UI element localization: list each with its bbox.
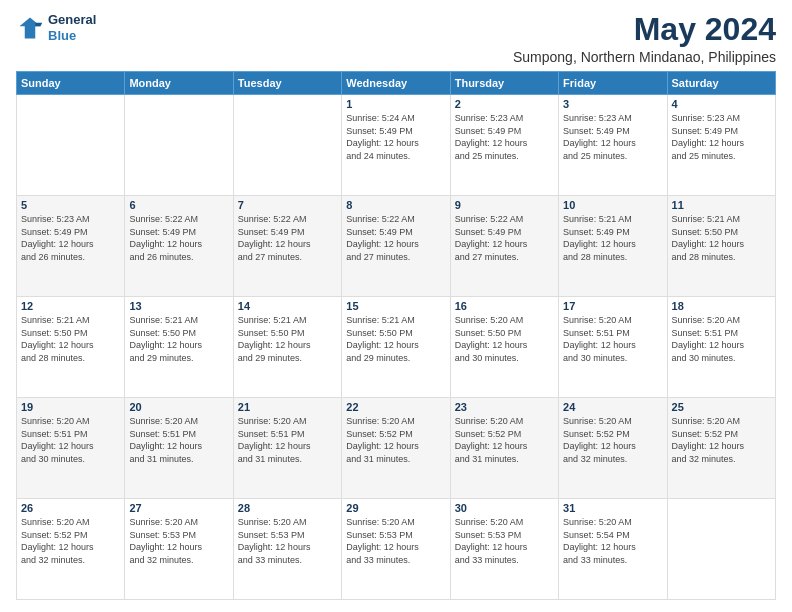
day-info: Sunrise: 5:24 AM Sunset: 5:49 PM Dayligh… [346, 112, 445, 162]
day-info: Sunrise: 5:20 AM Sunset: 5:52 PM Dayligh… [346, 415, 445, 465]
day-number: 6 [129, 199, 228, 211]
day-info: Sunrise: 5:21 AM Sunset: 5:50 PM Dayligh… [346, 314, 445, 364]
week-row-2: 12Sunrise: 5:21 AM Sunset: 5:50 PM Dayli… [17, 297, 776, 398]
day-info: Sunrise: 5:21 AM Sunset: 5:50 PM Dayligh… [129, 314, 228, 364]
calendar-cell: 21Sunrise: 5:20 AM Sunset: 5:51 PM Dayli… [233, 398, 341, 499]
calendar-cell [17, 95, 125, 196]
week-row-1: 5Sunrise: 5:23 AM Sunset: 5:49 PM Daylig… [17, 196, 776, 297]
day-info: Sunrise: 5:23 AM Sunset: 5:49 PM Dayligh… [563, 112, 662, 162]
calendar-header-row: SundayMondayTuesdayWednesdayThursdayFrid… [17, 72, 776, 95]
day-number: 3 [563, 98, 662, 110]
day-header-saturday: Saturday [667, 72, 775, 95]
day-number: 13 [129, 300, 228, 312]
day-header-friday: Friday [559, 72, 667, 95]
svg-marker-2 [35, 22, 42, 26]
day-number: 19 [21, 401, 120, 413]
day-number: 7 [238, 199, 337, 211]
day-number: 26 [21, 502, 120, 514]
calendar-cell [125, 95, 233, 196]
day-info: Sunrise: 5:21 AM Sunset: 5:49 PM Dayligh… [563, 213, 662, 263]
calendar-cell [233, 95, 341, 196]
day-number: 20 [129, 401, 228, 413]
day-header-tuesday: Tuesday [233, 72, 341, 95]
day-info: Sunrise: 5:20 AM Sunset: 5:50 PM Dayligh… [455, 314, 554, 364]
day-number: 25 [672, 401, 771, 413]
calendar-cell: 1Sunrise: 5:24 AM Sunset: 5:49 PM Daylig… [342, 95, 450, 196]
calendar-cell: 24Sunrise: 5:20 AM Sunset: 5:52 PM Dayli… [559, 398, 667, 499]
calendar-cell [667, 499, 775, 600]
day-info: Sunrise: 5:22 AM Sunset: 5:49 PM Dayligh… [455, 213, 554, 263]
calendar-cell: 13Sunrise: 5:21 AM Sunset: 5:50 PM Dayli… [125, 297, 233, 398]
day-info: Sunrise: 5:21 AM Sunset: 5:50 PM Dayligh… [672, 213, 771, 263]
calendar-cell: 20Sunrise: 5:20 AM Sunset: 5:51 PM Dayli… [125, 398, 233, 499]
calendar-body: 1Sunrise: 5:24 AM Sunset: 5:49 PM Daylig… [17, 95, 776, 600]
day-number: 1 [346, 98, 445, 110]
week-row-0: 1Sunrise: 5:24 AM Sunset: 5:49 PM Daylig… [17, 95, 776, 196]
day-number: 29 [346, 502, 445, 514]
day-number: 21 [238, 401, 337, 413]
title-block: May 2024 Sumpong, Northern Mindanao, Phi… [513, 12, 776, 65]
week-row-4: 26Sunrise: 5:20 AM Sunset: 5:52 PM Dayli… [17, 499, 776, 600]
day-number: 31 [563, 502, 662, 514]
day-info: Sunrise: 5:20 AM Sunset: 5:51 PM Dayligh… [129, 415, 228, 465]
day-header-monday: Monday [125, 72, 233, 95]
day-number: 11 [672, 199, 771, 211]
calendar-cell: 22Sunrise: 5:20 AM Sunset: 5:52 PM Dayli… [342, 398, 450, 499]
day-info: Sunrise: 5:20 AM Sunset: 5:51 PM Dayligh… [563, 314, 662, 364]
day-info: Sunrise: 5:20 AM Sunset: 5:52 PM Dayligh… [455, 415, 554, 465]
calendar-cell: 10Sunrise: 5:21 AM Sunset: 5:49 PM Dayli… [559, 196, 667, 297]
day-info: Sunrise: 5:20 AM Sunset: 5:52 PM Dayligh… [21, 516, 120, 566]
day-info: Sunrise: 5:20 AM Sunset: 5:53 PM Dayligh… [346, 516, 445, 566]
calendar-cell: 12Sunrise: 5:21 AM Sunset: 5:50 PM Dayli… [17, 297, 125, 398]
page: General Blue May 2024 Sumpong, Northern … [0, 0, 792, 612]
calendar-cell: 15Sunrise: 5:21 AM Sunset: 5:50 PM Dayli… [342, 297, 450, 398]
calendar-cell: 26Sunrise: 5:20 AM Sunset: 5:52 PM Dayli… [17, 499, 125, 600]
day-info: Sunrise: 5:20 AM Sunset: 5:53 PM Dayligh… [129, 516, 228, 566]
day-number: 15 [346, 300, 445, 312]
day-info: Sunrise: 5:20 AM Sunset: 5:54 PM Dayligh… [563, 516, 662, 566]
week-row-3: 19Sunrise: 5:20 AM Sunset: 5:51 PM Dayli… [17, 398, 776, 499]
calendar-cell: 8Sunrise: 5:22 AM Sunset: 5:49 PM Daylig… [342, 196, 450, 297]
day-number: 24 [563, 401, 662, 413]
day-number: 9 [455, 199, 554, 211]
calendar: SundayMondayTuesdayWednesdayThursdayFrid… [16, 71, 776, 600]
day-header-sunday: Sunday [17, 72, 125, 95]
day-number: 2 [455, 98, 554, 110]
day-number: 8 [346, 199, 445, 211]
day-info: Sunrise: 5:22 AM Sunset: 5:49 PM Dayligh… [238, 213, 337, 263]
day-number: 27 [129, 502, 228, 514]
day-number: 5 [21, 199, 120, 211]
day-info: Sunrise: 5:21 AM Sunset: 5:50 PM Dayligh… [238, 314, 337, 364]
calendar-cell: 14Sunrise: 5:21 AM Sunset: 5:50 PM Dayli… [233, 297, 341, 398]
svg-marker-1 [20, 17, 41, 38]
logo-text: General Blue [48, 12, 96, 43]
calendar-cell: 16Sunrise: 5:20 AM Sunset: 5:50 PM Dayli… [450, 297, 558, 398]
day-info: Sunrise: 5:20 AM Sunset: 5:52 PM Dayligh… [672, 415, 771, 465]
calendar-cell: 4Sunrise: 5:23 AM Sunset: 5:49 PM Daylig… [667, 95, 775, 196]
day-info: Sunrise: 5:23 AM Sunset: 5:49 PM Dayligh… [455, 112, 554, 162]
day-info: Sunrise: 5:23 AM Sunset: 5:49 PM Dayligh… [21, 213, 120, 263]
calendar-cell: 3Sunrise: 5:23 AM Sunset: 5:49 PM Daylig… [559, 95, 667, 196]
calendar-cell: 28Sunrise: 5:20 AM Sunset: 5:53 PM Dayli… [233, 499, 341, 600]
day-number: 30 [455, 502, 554, 514]
day-number: 10 [563, 199, 662, 211]
calendar-cell: 23Sunrise: 5:20 AM Sunset: 5:52 PM Dayli… [450, 398, 558, 499]
day-info: Sunrise: 5:22 AM Sunset: 5:49 PM Dayligh… [129, 213, 228, 263]
day-header-wednesday: Wednesday [342, 72, 450, 95]
header: General Blue May 2024 Sumpong, Northern … [16, 12, 776, 65]
day-header-thursday: Thursday [450, 72, 558, 95]
day-number: 22 [346, 401, 445, 413]
calendar-cell: 2Sunrise: 5:23 AM Sunset: 5:49 PM Daylig… [450, 95, 558, 196]
calendar-cell: 19Sunrise: 5:20 AM Sunset: 5:51 PM Dayli… [17, 398, 125, 499]
calendar-cell: 31Sunrise: 5:20 AM Sunset: 5:54 PM Dayli… [559, 499, 667, 600]
day-info: Sunrise: 5:21 AM Sunset: 5:50 PM Dayligh… [21, 314, 120, 364]
day-number: 17 [563, 300, 662, 312]
calendar-cell: 17Sunrise: 5:20 AM Sunset: 5:51 PM Dayli… [559, 297, 667, 398]
calendar-cell: 11Sunrise: 5:21 AM Sunset: 5:50 PM Dayli… [667, 196, 775, 297]
calendar-cell: 30Sunrise: 5:20 AM Sunset: 5:53 PM Dayli… [450, 499, 558, 600]
calendar-cell: 27Sunrise: 5:20 AM Sunset: 5:53 PM Dayli… [125, 499, 233, 600]
logo-icon [16, 14, 44, 42]
day-info: Sunrise: 5:23 AM Sunset: 5:49 PM Dayligh… [672, 112, 771, 162]
day-info: Sunrise: 5:20 AM Sunset: 5:51 PM Dayligh… [21, 415, 120, 465]
calendar-cell: 18Sunrise: 5:20 AM Sunset: 5:51 PM Dayli… [667, 297, 775, 398]
